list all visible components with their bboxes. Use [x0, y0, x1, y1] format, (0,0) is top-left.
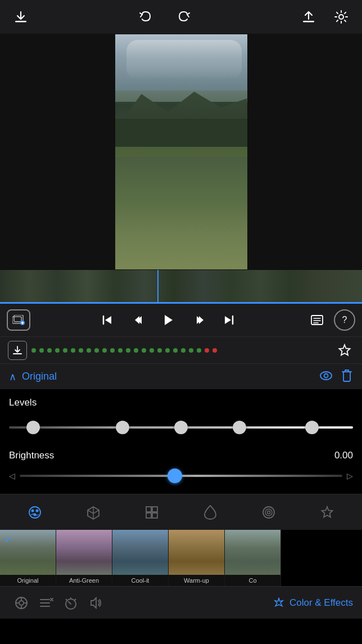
- drop-filter-button[interactable]: [197, 499, 223, 525]
- thumbnail-label: Original: [0, 575, 56, 586]
- help-icon: ?: [342, 315, 347, 325]
- thumbnail-original[interactable]: ✓Original: [0, 530, 56, 586]
- svg-rect-1: [303, 21, 314, 22]
- levels-handle-4[interactable]: [233, 421, 246, 434]
- brightness-slider-row: ◁ ▷: [9, 468, 353, 484]
- timeline-dot: [197, 348, 201, 353]
- speed-button[interactable]: [58, 591, 83, 615]
- thumbnail-image: [112, 530, 168, 575]
- timeline-dot: [173, 348, 178, 353]
- timeline-blue-bar: [0, 302, 362, 304]
- timeline-dot: [150, 348, 154, 353]
- levels-handle-1[interactable]: [26, 421, 40, 434]
- timeline-dot: [55, 348, 60, 353]
- 3d-filter-button[interactable]: [80, 499, 106, 525]
- color-effects-label: Color & Effects: [289, 597, 353, 609]
- add-layers-button[interactable]: [7, 309, 30, 331]
- thumbnail-warm-up[interactable]: Warm-up: [169, 530, 225, 586]
- trim-button[interactable]: [34, 591, 58, 615]
- svg-point-20: [268, 511, 270, 514]
- levels-handle-3[interactable]: [174, 421, 188, 434]
- brightness-section: Brightness 0.00 ◁ ▷: [0, 444, 362, 494]
- playback-controls: ?: [0, 304, 362, 336]
- undo-button[interactable]: [135, 6, 156, 28]
- bottom-toolbar: Color & Effects: [0, 586, 362, 619]
- settings-button[interactable]: [331, 6, 352, 28]
- svg-point-2: [339, 15, 343, 19]
- top-toolbar: [0, 0, 362, 34]
- prev-frame-button[interactable]: [126, 309, 149, 331]
- color-palette-filter-button[interactable]: [22, 499, 48, 525]
- thumbnail-label: Cool-it: [112, 575, 168, 586]
- svg-point-8: [320, 372, 332, 380]
- timeline-playhead[interactable]: [157, 270, 159, 304]
- timeline[interactable]: [0, 270, 362, 304]
- thumbnail-image: [169, 530, 224, 575]
- timeline-dot: [126, 348, 130, 353]
- brightness-value: 0.00: [334, 450, 353, 461]
- timeline-dot: [110, 348, 115, 353]
- redo-button[interactable]: [173, 6, 194, 28]
- timeline-dot: [102, 348, 107, 353]
- timeline-dot: [142, 348, 146, 353]
- timeline-dot-red: [212, 348, 217, 353]
- filter-title: Original: [22, 371, 319, 382]
- svg-rect-16: [146, 513, 151, 518]
- audio-button[interactable]: [83, 591, 108, 615]
- grid-filter-button[interactable]: [139, 499, 165, 525]
- filter-icons-bar: [0, 494, 362, 530]
- brightness-decrease-button[interactable]: ◁: [9, 471, 15, 480]
- playback-right: ?: [306, 309, 355, 331]
- favorite-button[interactable]: [335, 341, 354, 360]
- timeline-dot: [189, 348, 193, 353]
- visibility-toggle-button[interactable]: [319, 370, 333, 384]
- svg-point-10: [29, 507, 40, 518]
- timeline-strip: [0, 270, 362, 304]
- svg-point-22: [19, 601, 24, 605]
- levels-slider[interactable]: [9, 416, 353, 439]
- clip-list-button[interactable]: [306, 309, 328, 331]
- collapse-button[interactable]: ∧: [9, 371, 16, 383]
- brightness-slider[interactable]: [20, 468, 342, 484]
- brightness-increase-button[interactable]: ▷: [347, 471, 353, 480]
- video-frame: [115, 34, 247, 269]
- svg-rect-17: [152, 513, 157, 518]
- levels-handle-5[interactable]: [305, 421, 319, 434]
- skip-to-end-button[interactable]: [218, 309, 240, 331]
- color-effects-button[interactable]: Color & Effects: [273, 597, 353, 609]
- timeline-dot: [79, 348, 83, 353]
- delete-filter-button[interactable]: [341, 368, 353, 385]
- timeline-dot-red: [205, 348, 209, 353]
- levels-section: Levels: [0, 389, 362, 444]
- main-view-button[interactable]: [9, 591, 34, 615]
- thumbnail-anti-green[interactable]: Anti-Green: [56, 530, 112, 586]
- brightness-row: Brightness 0.00: [9, 450, 353, 461]
- video-preview: 5.06 [11.42]: [0, 34, 362, 270]
- filter-header: ∧ Original: [0, 363, 362, 389]
- thumbnail-cool-it[interactable]: Cool-it: [112, 530, 169, 586]
- spiral-filter-button[interactable]: [256, 499, 282, 525]
- export-button[interactable]: [8, 341, 27, 360]
- next-frame-button[interactable]: [187, 309, 210, 331]
- levels-handle-2[interactable]: [116, 421, 129, 434]
- brightness-handle[interactable]: [168, 469, 182, 483]
- thumbnail-strip: ✓OriginalAnti-GreenCool-itWarm-upCo: [0, 530, 362, 586]
- thumbnail-image: [225, 530, 280, 575]
- share-button[interactable]: [298, 6, 319, 28]
- levels-label: Levels: [9, 397, 353, 408]
- skip-to-start-button[interactable]: [96, 309, 119, 331]
- timeline-dot: [39, 348, 44, 353]
- timeline-dot: [31, 348, 36, 353]
- star-filter-button[interactable]: [314, 499, 340, 525]
- thumbnail-co[interactable]: Co: [225, 530, 281, 586]
- undo-redo-group: [135, 6, 194, 28]
- thumbnail-checkmark: ✓: [4, 533, 13, 546]
- help-button[interactable]: ?: [334, 309, 355, 331]
- play-button[interactable]: [157, 309, 179, 331]
- timeline-dot: [165, 348, 170, 353]
- svg-point-11: [31, 509, 34, 512]
- svg-rect-14: [146, 507, 151, 512]
- timeline-dot: [87, 348, 91, 353]
- download-button[interactable]: [10, 6, 31, 28]
- thumbnail-label: Anti-Green: [56, 575, 112, 586]
